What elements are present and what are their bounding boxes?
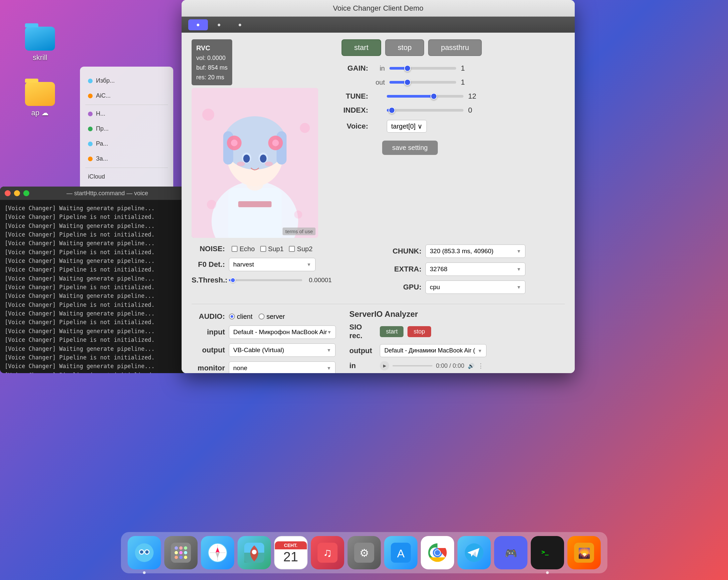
calendar-icon[interactable]: СЕНТ. 21 xyxy=(274,536,308,569)
appstore-icon[interactable]: A xyxy=(384,536,417,569)
top-tab-2[interactable]: ● xyxy=(209,19,229,30)
noise-sup1-item[interactable]: Sup1 xyxy=(260,245,284,253)
start-button[interactable]: start xyxy=(341,39,381,56)
icloud-item-4[interactable]: Пр... xyxy=(85,121,168,136)
passthru-button[interactable]: passthru xyxy=(428,39,482,56)
dock-item-launchpad[interactable] xyxy=(164,536,198,569)
launchpad-icon[interactable] xyxy=(164,536,198,569)
sio-stop-button[interactable]: stop xyxy=(408,326,431,337)
terminal-app-icon[interactable]: >_ xyxy=(531,536,564,569)
dock-item-telegram[interactable] xyxy=(458,536,491,569)
app-window: Voice Changer Client Demo ● ● ● RVC vol:… xyxy=(182,0,575,373)
save-setting-button[interactable]: save setting xyxy=(382,140,438,155)
app-title: Voice Changer Client Demo xyxy=(333,4,423,12)
calendar-day: 21 xyxy=(283,549,298,564)
sio-output-row: output Default - Динамики MacBook Air ( … xyxy=(349,344,565,357)
settings-icon[interactable]: ⚙ xyxy=(347,536,381,569)
dock-item-maps[interactable] xyxy=(238,536,271,569)
audio-client-radio[interactable] xyxy=(229,314,235,319)
chrome-icon[interactable] xyxy=(421,536,454,569)
discord-icon[interactable]: 🎮 xyxy=(494,536,527,569)
sio-in-volume-icon[interactable]: 🔊 xyxy=(468,363,474,369)
svg-point-10 xyxy=(243,155,250,163)
audio-output-dropdown[interactable]: VB-Cable (Virtual) ▼ xyxy=(229,343,336,357)
top-tab-3[interactable]: ● xyxy=(230,19,250,30)
index-slider[interactable] xyxy=(387,109,464,112)
audio-input-dropdown[interactable]: Default - Микрофон MacBook Air ▼ xyxy=(229,325,336,339)
f0det-label: F0 Det.: xyxy=(191,260,225,269)
terminal-min-button[interactable] xyxy=(14,190,20,196)
desktop-icon-skrill[interactable]: skrill xyxy=(20,27,60,62)
finder-icon[interactable] xyxy=(128,536,161,569)
f0det-selected: harvest xyxy=(233,261,254,268)
stop-button[interactable]: stop xyxy=(385,39,424,56)
audio-input-row: input Default - Микрофон MacBook Air ▼ xyxy=(191,325,336,339)
svg-point-27 xyxy=(140,550,143,554)
maps-icon[interactable] xyxy=(238,536,271,569)
audio-server-radio[interactable] xyxy=(259,314,264,319)
music-icon[interactable]: ♫ xyxy=(311,536,344,569)
sio-in-play-button[interactable]: ▶ xyxy=(380,361,389,370)
terminal-close-button[interactable] xyxy=(5,190,11,196)
noise-sup2-item[interactable]: Sup2 xyxy=(289,245,313,253)
tune-slider[interactable] xyxy=(387,95,464,98)
dock-item-finder[interactable] xyxy=(128,536,161,569)
audio-client-radio-item[interactable]: client xyxy=(229,313,253,320)
dock-item-appstore[interactable]: A xyxy=(384,536,417,569)
audio-server-radio-item[interactable]: server xyxy=(259,313,285,320)
dock-item-chrome[interactable] xyxy=(421,536,454,569)
dock-item-calendar[interactable]: СЕНТ. 21 xyxy=(274,536,308,569)
voice-selected-value: target[0] ∨ xyxy=(391,122,422,130)
dock-item-settings[interactable]: ⚙ xyxy=(347,536,381,569)
dock-item-discord[interactable]: 🎮 xyxy=(494,536,527,569)
safari-icon[interactable] xyxy=(201,536,234,569)
gain-in-slider[interactable] xyxy=(389,67,456,70)
gpu-dropdown[interactable]: cpu ▼ xyxy=(425,281,525,294)
desktop-icon-ap[interactable]: ap ☁ xyxy=(20,82,60,117)
audio-output-selected: VB-Cable (Virtual) xyxy=(233,346,284,354)
terms-badge[interactable]: terms of use xyxy=(283,228,315,235)
chunk-dropdown[interactable]: 320 (853.3 ms, 40960) ▼ xyxy=(425,244,525,258)
sio-in-more-icon[interactable]: ⋮ xyxy=(478,362,484,369)
sio-in-progress[interactable] xyxy=(392,365,433,366)
icloud-item-3[interactable]: Н... xyxy=(85,106,168,121)
icloud-item-1[interactable]: Избр... xyxy=(85,73,168,88)
noise-echo-item[interactable]: Echo xyxy=(232,245,255,253)
dock-item-terminal[interactable]: >_ xyxy=(531,536,564,569)
f0det-dropdown[interactable]: harvest ▼ xyxy=(229,258,315,271)
sthresh-slider[interactable] xyxy=(229,279,302,281)
sio-output-dropdown[interactable]: Default - Динамики MacBook Air ( ▼ xyxy=(380,344,487,357)
noise-echo-checkbox[interactable] xyxy=(232,246,238,252)
telegram-icon[interactable] xyxy=(458,536,491,569)
audio-monitor-label: monitor xyxy=(191,364,225,372)
audio-main-label: AUDIO: xyxy=(191,312,225,321)
audio-output-row: output VB-Cable (Virtual) ▼ xyxy=(191,343,336,357)
app-top-bar: ● ● ● xyxy=(182,17,575,33)
icloud-item-5[interactable]: Ра... xyxy=(85,136,168,151)
noise-sup1-checkbox[interactable] xyxy=(260,246,266,252)
sio-output-arrow: ▼ xyxy=(478,348,483,353)
audio-monitor-dropdown[interactable]: none ▼ xyxy=(229,362,336,373)
dock-item-photo[interactable]: 🌄 xyxy=(567,536,601,569)
noise-sup2-checkbox[interactable] xyxy=(289,246,295,252)
icloud-item-6[interactable]: За... xyxy=(85,151,168,166)
sio-start-button[interactable]: start xyxy=(380,326,404,337)
terminal-line-17: [Voice Changer] Waiting generate pipelin… xyxy=(5,344,182,353)
svg-point-35 xyxy=(184,551,187,554)
dock-item-music[interactable]: ♫ xyxy=(311,536,344,569)
dock-item-safari[interactable] xyxy=(201,536,234,569)
terminal-body[interactable]: [Voice Changer] Waiting generate pipelin… xyxy=(0,200,187,373)
top-tab-1[interactable]: ● xyxy=(188,19,208,30)
photo-icon[interactable]: 🌄 xyxy=(567,536,601,569)
terminal-max-button[interactable] xyxy=(23,190,29,196)
extra-dropdown[interactable]: 32768 ▼ xyxy=(425,263,525,276)
icloud-item-2[interactable]: АiC... xyxy=(85,88,168,103)
voice-selector[interactable]: target[0] ∨ xyxy=(387,120,427,133)
gain-out-slider[interactable] xyxy=(389,81,456,84)
extra-row: EXTRA: 32768 ▼ xyxy=(388,263,565,276)
chunk-row: CHUNK: 320 (853.3 ms, 40960) ▼ xyxy=(388,244,565,258)
sthresh-row: S.Thresh.: 0.00001 xyxy=(191,276,368,285)
svg-point-20 xyxy=(202,109,214,121)
voice-row: Voice: target[0] ∨ xyxy=(341,120,565,133)
icloud-item-icloud[interactable]: iCloud xyxy=(85,169,168,184)
